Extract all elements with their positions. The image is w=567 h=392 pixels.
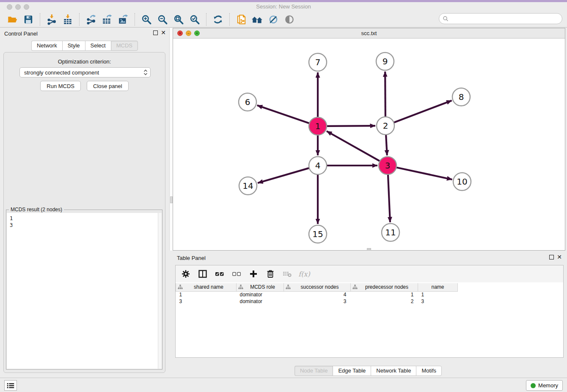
column-shared-name[interactable]: shared name bbox=[176, 283, 237, 291]
chevron-up-down-icon bbox=[143, 69, 148, 76]
memory-label: Memory bbox=[538, 382, 558, 389]
column-predecessor-nodes[interactable]: predecessor nodes bbox=[351, 283, 418, 291]
search-input[interactable] bbox=[450, 16, 562, 22]
close-panel-icon[interactable]: ✕ bbox=[161, 30, 166, 35]
node-label-6: 6 bbox=[245, 97, 250, 107]
attribute-icon bbox=[286, 284, 291, 290]
close-panel-button[interactable]: Close panel bbox=[87, 81, 129, 91]
edge-1-6[interactable] bbox=[257, 105, 309, 123]
column-successor-nodes[interactable]: successor nodes bbox=[284, 283, 351, 291]
table-row[interactable]: 1 dominator 4 1 1 bbox=[176, 291, 458, 298]
memory-button[interactable]: Memory bbox=[526, 380, 563, 391]
node-label-4: 4 bbox=[315, 160, 321, 171]
node-label-3: 3 bbox=[385, 160, 391, 171]
table-options-icon[interactable] bbox=[181, 269, 191, 279]
tab-network-table[interactable]: Network Table bbox=[371, 366, 416, 376]
attribute-icon bbox=[178, 284, 183, 290]
delete-table-icon bbox=[282, 269, 292, 279]
apply-style-icon[interactable] bbox=[267, 14, 280, 25]
result-scrollbar[interactable] bbox=[158, 213, 162, 369]
open-session-icon[interactable] bbox=[6, 14, 19, 25]
fit-content-icon[interactable] bbox=[172, 14, 185, 25]
tab-edge-table[interactable]: Edge Table bbox=[333, 366, 371, 376]
show-hide-details-icon[interactable] bbox=[283, 14, 296, 25]
function-builder-icon: f(x) bbox=[299, 269, 309, 279]
criterion-select[interactable]: strongly connected component bbox=[19, 67, 151, 77]
zoom-selected-icon[interactable] bbox=[188, 14, 201, 25]
network-view-window: ✕ − + scc.txt 7968124314101511 bbox=[173, 28, 565, 251]
node-table-container: f(x) shared name MCDS role successor nod… bbox=[175, 265, 564, 358]
tab-mcds[interactable]: MCDS bbox=[111, 41, 138, 51]
close-table-panel-icon[interactable]: ✕ bbox=[557, 255, 562, 259]
export-image-icon[interactable] bbox=[117, 14, 129, 25]
export-table-icon[interactable] bbox=[101, 14, 113, 25]
edge-3-10[interactable] bbox=[396, 167, 452, 179]
panel-splitter[interactable] bbox=[169, 28, 173, 251]
main-toolbar bbox=[0, 12, 567, 28]
show-columns-icon[interactable] bbox=[198, 269, 208, 279]
zoom-in-icon[interactable] bbox=[140, 14, 153, 25]
network-canvas[interactable]: 7968124314101511 bbox=[173, 39, 566, 251]
search-field[interactable] bbox=[439, 13, 562, 24]
node-label-9: 9 bbox=[383, 56, 388, 66]
tab-motifs[interactable]: Motifs bbox=[416, 366, 442, 376]
node-label-7: 7 bbox=[315, 57, 321, 67]
edge-2-9[interactable] bbox=[385, 72, 385, 117]
list-icon bbox=[6, 381, 15, 390]
table-row[interactable]: 3 dominator 3 2 3 bbox=[176, 298, 458, 305]
view-resize-handle[interactable] bbox=[367, 248, 371, 251]
tab-style[interactable]: Style bbox=[62, 41, 85, 51]
optimization-criterion-label: Optimization criterion: bbox=[4, 58, 165, 65]
save-session-icon[interactable] bbox=[22, 14, 35, 25]
node-label-15: 15 bbox=[312, 229, 323, 239]
run-mcds-button[interactable]: Run MCDS bbox=[40, 81, 81, 91]
tab-select[interactable]: Select bbox=[85, 41, 111, 51]
mcds-result-group: MCDS result (2 nodes) 1 3 bbox=[6, 210, 162, 370]
table-toolbar: f(x) bbox=[176, 265, 563, 282]
control-panel-tabs: Network Style Select MCDS bbox=[0, 41, 169, 51]
refresh-icon[interactable] bbox=[212, 14, 224, 25]
memory-status-icon bbox=[531, 383, 536, 388]
import-network-icon[interactable] bbox=[45, 14, 58, 25]
first-neighbors-icon[interactable] bbox=[251, 14, 264, 25]
float-panel-icon[interactable] bbox=[153, 30, 158, 35]
mcds-result-text: 1 3 bbox=[7, 213, 158, 369]
tab-node-table[interactable]: Node Table bbox=[295, 366, 333, 376]
edge-2-3[interactable] bbox=[386, 135, 387, 155]
column-name[interactable]: name bbox=[418, 283, 458, 291]
import-table-icon[interactable] bbox=[61, 14, 74, 25]
add-row-icon[interactable] bbox=[248, 269, 259, 279]
edge-3-1[interactable] bbox=[327, 131, 380, 161]
node-label-2: 2 bbox=[383, 121, 388, 131]
app-titlebar: Session: New Session bbox=[0, 2, 567, 12]
control-panel: Control Panel ✕ Network Style Select MCD… bbox=[0, 28, 169, 378]
column-mcds-role[interactable]: MCDS role bbox=[237, 283, 284, 291]
edge-2-8[interactable] bbox=[394, 101, 452, 123]
control-panel-title: Control Panel bbox=[4, 30, 38, 37]
duplicate-network-icon[interactable] bbox=[235, 14, 248, 25]
node-label-8: 8 bbox=[459, 92, 464, 102]
network-view-title: scc.txt bbox=[173, 30, 565, 36]
status-bar: Memory bbox=[0, 378, 567, 392]
edge-4-14[interactable] bbox=[258, 168, 309, 183]
task-history-button[interactable] bbox=[4, 380, 17, 391]
tab-network[interactable]: Network bbox=[31, 41, 62, 51]
node-label-11: 11 bbox=[385, 227, 396, 237]
table-tabs: Node Table Edge Table Network Table Moti… bbox=[169, 366, 567, 376]
delete-row-icon[interactable] bbox=[265, 269, 275, 279]
edge-1-2[interactable] bbox=[327, 126, 375, 126]
select-all-icon[interactable] bbox=[215, 269, 225, 279]
network-window-titlebar: ✕ − + scc.txt bbox=[173, 28, 565, 39]
deselect-all-icon[interactable] bbox=[231, 269, 242, 279]
node-label-1: 1 bbox=[315, 121, 321, 131]
attribute-icon bbox=[352, 284, 358, 290]
export-network-icon[interactable] bbox=[85, 14, 97, 25]
node-label-14: 14 bbox=[242, 181, 253, 191]
edge-3-11[interactable] bbox=[388, 174, 390, 222]
toolbar-separator bbox=[229, 13, 230, 26]
zoom-out-icon[interactable] bbox=[156, 14, 169, 25]
float-table-panel-icon[interactable] bbox=[549, 255, 554, 259]
table-header-row: shared name MCDS role successor nodes pr… bbox=[176, 283, 458, 291]
table-panel: Table Panel ✕ bbox=[169, 252, 567, 378]
table-panel-title: Table Panel bbox=[177, 255, 206, 261]
